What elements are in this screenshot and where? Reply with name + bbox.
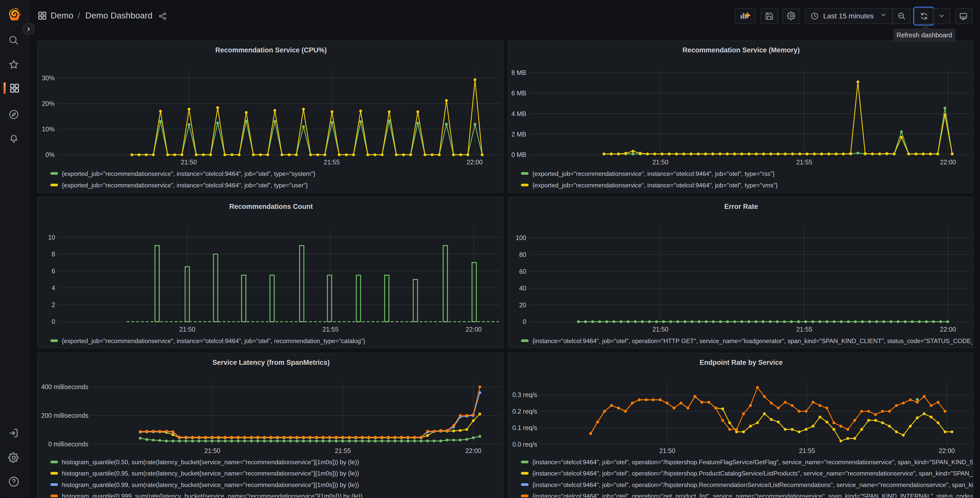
svg-text:22:00: 22:00	[467, 158, 483, 166]
svg-text:21:50: 21:50	[179, 326, 196, 333]
svg-text:{instance="otelcol:9464", job=: {instance="otelcol:9464", job="otel", op…	[532, 493, 974, 498]
svg-text:0 milliseconds: 0 milliseconds	[48, 441, 88, 448]
svg-text:21:50: 21:50	[652, 158, 668, 166]
svg-text:Endpoint Rate by Service: Endpoint Rate by Service	[700, 359, 783, 366]
svg-text:{exported_job="recommendations: {exported_job="recommendationservice", i…	[62, 337, 365, 344]
svg-text:2: 2	[52, 301, 55, 308]
svg-text:21:55: 21:55	[796, 326, 812, 333]
svg-text:21:55: 21:55	[799, 447, 815, 454]
svg-text:Error Rate: Error Rate	[724, 203, 758, 211]
svg-text:80: 80	[519, 251, 526, 258]
svg-text:histogram_quantile(0.95, sum(r: histogram_quantile(0.95, sum(rate(latenc…	[62, 470, 359, 477]
svg-text:4 MB: 4 MB	[511, 110, 526, 117]
svg-text:21:50: 21:50	[659, 447, 676, 454]
svg-text:Service Latency (from SpanMetr: Service Latency (from SpanMetrics)	[212, 359, 329, 366]
svg-text:21:50: 21:50	[204, 447, 221, 454]
svg-text:22:00: 22:00	[466, 447, 482, 454]
svg-text:{exported_job="recommendations: {exported_job="recommendationservice", i…	[62, 182, 308, 189]
svg-text:22:00: 22:00	[466, 326, 482, 333]
svg-text:6 MB: 6 MB	[511, 89, 526, 97]
svg-text:22:00: 22:00	[940, 158, 956, 166]
svg-text:21:50: 21:50	[652, 326, 668, 333]
svg-text:21:55: 21:55	[324, 158, 340, 166]
svg-text:Recommendation Service (Memory: Recommendation Service (Memory)	[682, 46, 800, 54]
svg-text:22:00: 22:00	[940, 326, 956, 333]
svg-text:40: 40	[519, 284, 526, 292]
svg-text:Recommendations Count: Recommendations Count	[229, 203, 313, 211]
svg-text:0.1 req/s: 0.1 req/s	[512, 424, 537, 431]
svg-text:0.2 req/s: 0.2 req/s	[512, 408, 537, 415]
svg-text:100: 100	[515, 234, 526, 241]
svg-text:10: 10	[48, 234, 55, 241]
svg-text:30%: 30%	[42, 74, 55, 81]
svg-text:{instance="otelcol:9464", job=: {instance="otelcol:9464", job="otel", op…	[532, 481, 974, 488]
svg-text:0: 0	[52, 318, 55, 325]
svg-text:8 MB: 8 MB	[511, 69, 526, 76]
svg-text:6: 6	[52, 267, 55, 275]
svg-text:histogram_quantile(0.999, sum(: histogram_quantile(0.999, sum(rate(laten…	[62, 493, 363, 498]
svg-text:{instance="otelcol:9464", job=: {instance="otelcol:9464", job="otel", op…	[532, 459, 974, 466]
svg-text:0 MB: 0 MB	[511, 151, 526, 158]
svg-text:200 milliseconds: 200 milliseconds	[41, 412, 88, 419]
svg-text:{exported_job="recommendations: {exported_job="recommendationservice", i…	[62, 170, 315, 177]
svg-text:22:00: 22:00	[939, 447, 955, 454]
svg-text:0%: 0%	[46, 151, 55, 158]
svg-text:10%: 10%	[42, 126, 55, 132]
svg-text:21:50: 21:50	[181, 158, 197, 166]
svg-text:{instance="otelcol:9464", job=: {instance="otelcol:9464", job="otel", op…	[532, 337, 974, 344]
svg-text:{exported_job="recommendations: {exported_job="recommendationservice", i…	[532, 170, 775, 177]
svg-text:histogram_quantile(0.99, sum(r: histogram_quantile(0.99, sum(rate(latenc…	[62, 481, 359, 488]
svg-text:21:55: 21:55	[796, 158, 812, 166]
svg-text:0.3 req/s: 0.3 req/s	[512, 391, 537, 398]
svg-text:0.0 req/s: 0.0 req/s	[512, 441, 537, 448]
svg-text:{exported_job="recommendations: {exported_job="recommendationservice", i…	[532, 182, 778, 189]
svg-text:2 MB: 2 MB	[511, 131, 526, 138]
svg-text:20: 20	[519, 302, 526, 308]
svg-text:21:55: 21:55	[322, 326, 339, 333]
svg-text:Recommendation Service (CPU%): Recommendation Service (CPU%)	[215, 46, 327, 54]
svg-text:histogram_quantile(0.50, sum(r: histogram_quantile(0.50, sum(rate(latenc…	[62, 459, 359, 466]
svg-text:21:55: 21:55	[335, 447, 351, 454]
svg-text:{instance="otelcol:9464", job=: {instance="otelcol:9464", job="otel", op…	[532, 470, 974, 477]
svg-text:0: 0	[523, 318, 526, 325]
svg-text:60: 60	[519, 268, 526, 275]
svg-text:8: 8	[52, 251, 55, 258]
svg-text:400 milliseconds: 400 milliseconds	[41, 383, 88, 390]
svg-text:4: 4	[52, 284, 55, 291]
svg-text:20%: 20%	[42, 100, 55, 107]
